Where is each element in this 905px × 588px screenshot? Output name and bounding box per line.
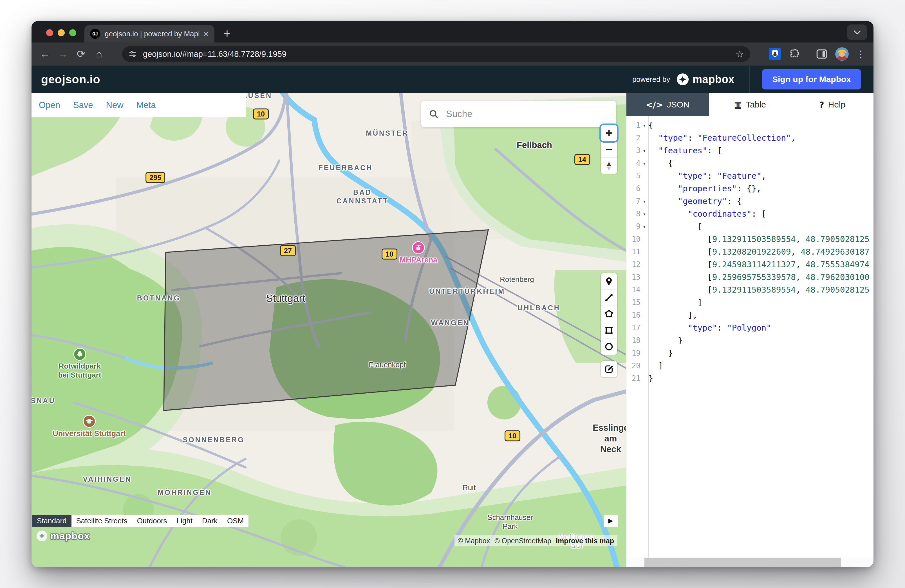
macos-minimize-button[interactable] <box>58 29 65 36</box>
back-icon[interactable]: ← <box>36 48 54 60</box>
style-option-standard[interactable]: Standard <box>32 515 71 527</box>
fold-gutter <box>640 372 648 385</box>
tab-search-button[interactable] <box>847 24 867 40</box>
macos-close-button[interactable] <box>46 29 53 36</box>
map-label: Ruit <box>463 483 476 492</box>
attribution-mapbox-link[interactable]: © Mapbox <box>458 537 490 545</box>
map-label: Stuttgart <box>266 292 305 305</box>
line-number: 2 <box>626 132 640 144</box>
line-number: 19 <box>626 347 640 360</box>
zoom-in-button[interactable]: + <box>601 125 617 141</box>
fold-gutter <box>640 246 648 258</box>
line-number: 1 <box>626 119 640 132</box>
tab-title: geojson.io | powered by Mapb <box>105 30 199 38</box>
improve-this-map-link[interactable]: Improve this map <box>556 537 614 545</box>
play-arrow-icon: ▶ <box>608 517 613 525</box>
style-option-satellite-streets[interactable]: Satellite Streets <box>71 515 132 527</box>
fold-arrow-icon[interactable]: ▾ <box>640 144 648 157</box>
app-logo: geojson.io <box>41 73 100 86</box>
fold-gutter <box>640 284 648 296</box>
mapbox-logo-icon <box>676 73 689 86</box>
menu-item-meta[interactable]: Meta <box>137 100 156 110</box>
bookmark-star-icon[interactable]: ☆ <box>735 48 744 60</box>
reload-icon[interactable]: ⟳ <box>72 48 90 60</box>
forward-icon[interactable]: → <box>54 48 72 60</box>
password-manager-extension-icon[interactable] <box>769 48 781 60</box>
fold-arrow-icon[interactable]: ▾ <box>640 208 648 220</box>
panel-tab-json[interactable]: </>JSON <box>626 93 709 116</box>
map-style-switcher: StandardSatellite StreetsOutdoorsLightDa… <box>32 515 248 527</box>
address-bar[interactable]: geojson.io/#map=11.63/48.7728/9.1959 ☆ <box>122 46 750 62</box>
side-panel-icon[interactable] <box>816 48 828 60</box>
browser-tab[interactable]: GJ geojson.io | powered by Mapb × <box>84 25 214 43</box>
fold-gutter <box>640 170 648 182</box>
geojson-editor-panel: </>JSON▦Table?Help 1▾{2 "type": "Feature… <box>626 93 873 567</box>
fold-arrow-icon[interactable]: ▾ <box>640 195 648 208</box>
line-number: 7 <box>626 195 640 208</box>
menu-item-new[interactable]: New <box>106 100 124 110</box>
uni-icon <box>83 415 96 428</box>
style-option-outdoors[interactable]: Outdoors <box>132 515 172 527</box>
collapse-panel-button[interactable]: ▶ <box>603 515 618 527</box>
menu-item-open[interactable]: Open <box>39 100 60 110</box>
home-icon[interactable]: ⌂ <box>90 48 108 60</box>
map-label: WANGEN <box>431 319 470 327</box>
road-shield: 10 <box>253 109 269 120</box>
tab-close-icon[interactable]: × <box>203 29 209 38</box>
app-header: geojson.io powered by mapbox Sign up for… <box>32 65 873 93</box>
code-line: 16 ], <box>626 309 873 322</box>
code-line: 18 } <box>626 334 873 347</box>
app-menu-bar: OpenSaveNewMeta <box>32 93 246 117</box>
fold-arrow-icon[interactable]: ▾ <box>640 157 648 170</box>
code-line: 1▾{ <box>626 119 873 132</box>
search-icon <box>429 109 439 119</box>
fold-gutter <box>640 258 648 271</box>
road-shield: 10 <box>382 249 397 260</box>
panel-tab-bar: </>JSON▦Table?Help <box>626 93 873 116</box>
macos-zoom-button[interactable] <box>69 29 76 36</box>
fold-arrow-icon[interactable]: ▾ <box>640 119 648 132</box>
browser-menu-icon[interactable]: ⋮ <box>856 48 865 60</box>
code-line: 13 [9.259695755339578, 48.7962030100 <box>626 271 873 284</box>
url-text[interactable]: geojson.io/#map=11.63/48.7728/9.1959 <box>143 49 730 59</box>
map-canvas[interactable]: ZUFFENHAUSENMÜNSTERFellbachFEUERBACHBAD … <box>32 93 626 567</box>
code-line: 6 "properties": {}, <box>626 182 873 195</box>
style-option-osm[interactable]: OSM <box>222 515 248 527</box>
map-label: SONNENBERG <box>183 436 244 444</box>
mapbox-attribution-logo[interactable]: mapbox <box>36 530 90 542</box>
rectangle-icon <box>604 325 614 335</box>
draw-polygon-button[interactable] <box>601 306 617 322</box>
style-option-light[interactable]: Light <box>172 515 197 527</box>
draw-circle-button[interactable] <box>601 338 617 355</box>
code-line: 21} <box>626 372 873 385</box>
zoom-out-button[interactable]: − <box>601 141 617 158</box>
signup-mapbox-button[interactable]: Sign up for Mapbox <box>762 69 861 89</box>
profile-avatar[interactable] <box>835 47 849 61</box>
map-label: VAIHINGEN <box>83 475 132 483</box>
json-code-editor[interactable]: 1▾{2 "type": "FeatureCollection",3▾ "fea… <box>626 116 873 567</box>
edit-features-button[interactable] <box>601 361 617 377</box>
panel-tab-table[interactable]: ▦Table <box>709 93 791 116</box>
style-option-dark[interactable]: Dark <box>197 515 222 527</box>
draw-rectangle-button[interactable] <box>601 322 617 338</box>
compass-button[interactable]: ▲▼ <box>601 158 617 174</box>
extensions-puzzle-icon[interactable] <box>789 48 800 60</box>
map-search-box <box>421 101 616 127</box>
search-input[interactable] <box>445 108 609 120</box>
new-tab-button[interactable]: + <box>224 25 231 42</box>
attribution-osm-link[interactable]: © OpenStreetMap <box>494 537 551 545</box>
site-settings-icon[interactable] <box>128 49 137 59</box>
fold-arrow-icon[interactable]: ▾ <box>640 220 648 233</box>
panel-tab-help[interactable]: ?Help <box>791 93 873 116</box>
menu-item-save[interactable]: Save <box>73 100 93 110</box>
draw-marker-button[interactable] <box>601 273 617 290</box>
scrollbar-thumb[interactable] <box>645 558 841 567</box>
header-divider <box>749 65 749 93</box>
draw-line-button[interactable] <box>601 290 617 306</box>
map-label: FEUERBACH <box>319 163 373 172</box>
tab-favicon: GJ <box>90 29 100 39</box>
map-label: MÖHRINGEN <box>157 488 212 497</box>
line-number: 3 <box>626 144 640 157</box>
fold-gutter <box>640 360 648 372</box>
fold-gutter <box>640 334 648 347</box>
